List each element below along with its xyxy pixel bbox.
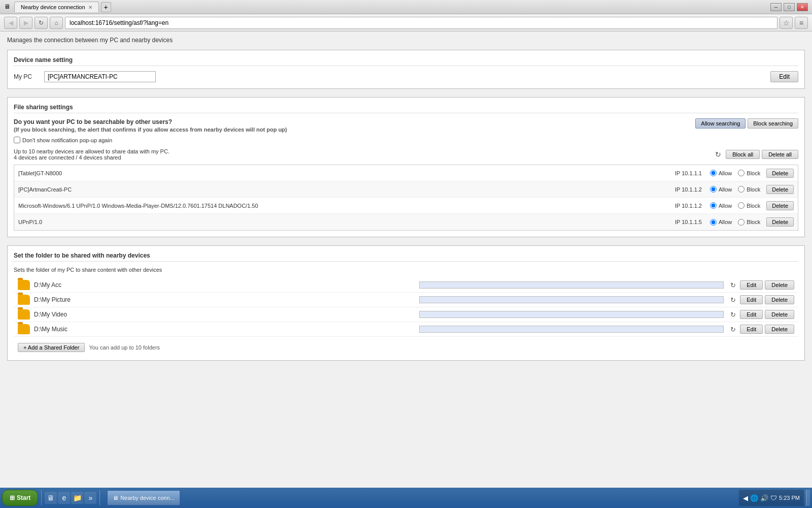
device-info-row: Up to 10 nearby devices are allowed to s… [14, 148, 798, 161]
menu-button[interactable]: ≡ [795, 17, 808, 29]
forward-button[interactable]: ▶ [19, 17, 32, 29]
folder-usage-bar [419, 281, 724, 289]
device-name: [Tablet]GT-N8000 [18, 170, 651, 176]
systray-volume-icon[interactable]: 🔊 [760, 494, 768, 502]
folder-edit-button[interactable]: Edit [740, 325, 763, 334]
new-tab-button[interactable]: + [101, 2, 111, 12]
block-radio[interactable] [738, 202, 745, 209]
folder-delete-button[interactable]: Delete [765, 295, 794, 304]
delete-button[interactable]: Delete [766, 185, 794, 194]
block-label: Block [747, 170, 760, 176]
folder-delete-button[interactable]: Delete [765, 280, 794, 290]
block-searching-button[interactable]: Block searching [748, 118, 798, 129]
file-sharing-section: File sharing settings Do you want your P… [7, 97, 805, 237]
block-radio-group: Block [738, 170, 760, 176]
device-name-edit-button[interactable]: Edit [770, 71, 798, 82]
search-question-text: Do you want your PC to be searchable by … [14, 118, 695, 125]
taskbar-apps: 🖥 Nearby device conn... [107, 490, 733, 505]
system-clock[interactable]: 5:23 PM [779, 494, 800, 501]
folder-icon [18, 309, 30, 320]
allow-radio-group: Allow [710, 219, 732, 226]
device-name: Microsoft-Windows/6.1 UPnP/1.0 Windows-M… [18, 203, 651, 209]
folder-usage-bar [419, 311, 724, 318]
browser-tab[interactable]: Nearby device connection ✕ [14, 2, 99, 12]
allow-radio-group: Allow [710, 202, 732, 209]
folder-actions: ↻ Edit Delete [728, 295, 794, 305]
device-name-section: Device name setting My PC Edit [7, 50, 805, 89]
close-button[interactable]: ✕ [797, 3, 808, 11]
delete-button[interactable]: Delete [766, 201, 794, 210]
allow-searching-button[interactable]: Allow searching [695, 118, 746, 129]
quick-launch-icon[interactable]: 🖥 [45, 492, 57, 504]
device-name: UPnP/1.0 [18, 219, 651, 225]
allow-radio[interactable] [710, 186, 717, 193]
block-radio[interactable] [738, 186, 745, 193]
tab-close-icon[interactable]: ✕ [88, 5, 92, 10]
device-ip: IP 10.1.1.2 [651, 203, 702, 209]
allow-radio[interactable] [710, 170, 717, 176]
reload-button[interactable]: ↻ [35, 17, 48, 29]
folder-path: D:\My Picture [34, 296, 419, 303]
folder-edit-button[interactable]: Edit [740, 310, 763, 319]
quick-launch-folder-icon[interactable]: 📁 [71, 492, 83, 504]
folder-refresh-icon[interactable]: ↻ [728, 324, 738, 334]
search-setting-row: Do you want your PC to be searchable by … [14, 118, 798, 133]
tab-label: Nearby device connection [21, 4, 85, 10]
device-name-title: Device name setting [14, 56, 798, 66]
allow-radio-group: Allow [710, 186, 732, 193]
taskbar-app-icon: 🖥 [113, 495, 118, 501]
folder-refresh-icon[interactable]: ↻ [728, 295, 738, 305]
folder-icon [18, 295, 30, 305]
dont-show-label: Don't show notification pop-up again [22, 137, 112, 143]
quick-launch-arrow-icon[interactable]: » [84, 492, 96, 504]
block-radio[interactable] [738, 219, 745, 226]
folder-actions: ↻ Edit Delete [728, 324, 794, 334]
taskbar-app-nearby[interactable]: 🖥 Nearby device conn... [107, 490, 180, 505]
device-name-input[interactable] [44, 71, 156, 82]
block-all-button[interactable]: Block all [726, 150, 760, 159]
start-label: Start [17, 494, 30, 501]
nav-bar: ◀ ▶ ↻ ⌂ ☆ ≡ [0, 14, 812, 31]
browser-favicon: 🖥 [4, 3, 12, 11]
delete-button[interactable]: Delete [766, 169, 794, 178]
folder-delete-button[interactable]: Delete [765, 325, 794, 334]
taskbar-quick-launch: 🖥 e 📁 » [45, 492, 96, 504]
folder-usage-bar [419, 326, 724, 333]
address-bar[interactable] [65, 17, 777, 29]
block-radio-group: Block [738, 202, 760, 209]
back-button[interactable]: ◀ [4, 17, 17, 29]
bookmark-button[interactable]: ☆ [780, 17, 793, 29]
allow-radio[interactable] [710, 219, 717, 226]
folder-refresh-icon[interactable]: ↻ [728, 309, 738, 320]
systray-network-icon[interactable]: 🌐 [750, 494, 758, 502]
table-row: [PC]ArtmanCreati-PC IP 10.1.1.2 Allow Bl… [14, 181, 798, 198]
home-button[interactable]: ⌂ [50, 17, 63, 29]
block-label: Block [747, 219, 760, 225]
device-list: [Tablet]GT-N8000 IP 10.1.1.1 Allow Block… [14, 165, 798, 231]
systray-arrow-icon[interactable]: ◀ [743, 494, 748, 502]
add-folder-row: + Add a Shared Folder You can add up to … [14, 341, 798, 354]
device-action-buttons: ↻ Block all Delete all [713, 149, 798, 160]
allow-radio[interactable] [710, 202, 717, 209]
window-controls: ─ □ ✕ [770, 3, 808, 11]
minimize-button[interactable]: ─ [770, 3, 782, 11]
add-folder-button[interactable]: + Add a Shared Folder [18, 343, 85, 352]
file-sharing-title: File sharing settings [14, 104, 798, 113]
block-label: Block [747, 203, 760, 209]
dont-show-checkbox[interactable] [14, 137, 20, 143]
allow-label: Allow [719, 186, 732, 193]
block-radio[interactable] [738, 170, 745, 176]
delete-all-button[interactable]: Delete all [762, 150, 798, 159]
delete-button[interactable]: Delete [766, 217, 794, 227]
start-button[interactable]: ⊞ Start [2, 490, 38, 506]
systray-shield-icon[interactable]: 🛡 [770, 494, 777, 502]
folder-delete-button[interactable]: Delete [765, 310, 794, 319]
refresh-icon[interactable]: ↻ [713, 149, 724, 160]
quick-launch-ie-icon[interactable]: e [58, 492, 70, 504]
show-desktop-button[interactable] [806, 490, 810, 506]
maximize-button[interactable]: □ [784, 3, 795, 11]
folder-refresh-icon[interactable]: ↻ [728, 280, 738, 290]
folder-edit-button[interactable]: Edit [740, 280, 763, 290]
url-input[interactable] [70, 19, 773, 26]
folder-edit-button[interactable]: Edit [740, 295, 763, 304]
